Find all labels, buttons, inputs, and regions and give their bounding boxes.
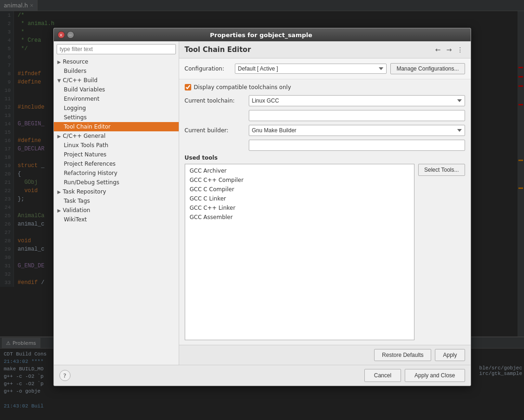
dialog-footer: ? Cancel Apply and Close [54,365,471,386]
configuration-select[interactable]: Default [ Active ] [235,64,387,74]
sidebar-item-label: Task Tags [64,198,90,204]
restore-defaults-button[interactable]: Restore Defaults [374,349,431,361]
sidebar-item-label: Project References [64,161,116,167]
sidebar-item-project-references[interactable]: Project References [54,159,179,168]
dialog-close-btn[interactable]: × [58,31,65,39]
chevron-down-icon: ▼ [58,78,61,83]
content-header: Tool Chain Editor ← → ⋮ [179,41,471,58]
sidebar-item-wikitext[interactable]: WikiText [54,215,179,224]
sidebar-item-tool-chain-editor[interactable]: Tool Chain Editor [54,122,179,131]
used-tools-section: Used tools GCC Archiver GCC C++ Compiler… [185,155,465,340]
dialog-minimize-btn[interactable]: − [67,31,74,39]
chevron-right-icon: ▶ [58,208,61,213]
sidebar-item-builders[interactable]: Builders [54,66,179,76]
filter-input[interactable] [57,44,176,54]
sidebar-item-cpp-general[interactable]: ▶ C/C++ General [54,131,179,141]
menu-icon[interactable]: ⋮ [456,45,465,54]
tools-layout: GCC Archiver GCC C++ Compiler GCC C Comp… [185,164,465,340]
footer-right-buttons: Cancel Apply and Close [364,369,465,382]
tree-panel: ▶ Resource Builders ▼ C/C++ Build Build … [54,41,179,365]
help-button[interactable]: ? [59,370,71,381]
sidebar-item-linux-tools-path[interactable]: Linux Tools Path [54,141,179,150]
used-tools-header: Used tools [185,155,465,161]
sidebar-item-logging[interactable]: Logging [54,103,179,113]
header-icons: ← → ⋮ [433,45,465,54]
chevron-right-icon: ▶ [58,134,61,139]
sidebar-item-label: Refactoring History [64,170,117,176]
current-toolchain-row: Current toolchain: Linux GCC [185,95,465,106]
sidebar-item-label: Environment [64,96,100,102]
sidebar-item-label: WikiText [64,216,87,223]
manage-configurations-button[interactable]: Manage Configurations... [390,63,465,74]
content-panel: Tool Chain Editor ← → ⋮ Configuration: D… [179,41,471,365]
sidebar-item-label: Project Natures [64,151,107,158]
sidebar-item-project-natures[interactable]: Project Natures [54,150,179,159]
builder-path-row [185,140,465,151]
sidebar-item-label: Task Repository [63,188,106,195]
sidebar-item-refactoring-history[interactable]: Refactoring History [54,168,179,178]
sidebar-item-task-tags[interactable]: Task Tags [54,196,179,206]
sidebar-item-settings[interactable]: Settings [54,113,179,122]
dialog-titlebar: × − Properties for gobject_sample [54,28,471,41]
sidebar-item-label: Logging [64,105,86,111]
sidebar-item-label: Builders [64,68,87,74]
sidebar-item-label: Resource [63,58,88,65]
sidebar-item-label: Tool Chain Editor [64,123,111,130]
current-builder-select[interactable]: Gnu Make Builder [249,125,465,136]
apply-and-close-button[interactable]: Apply and Close [405,369,465,382]
properties-dialog: × − Properties for gobject_sample ▶ Reso… [53,28,471,386]
sidebar-item-resource[interactable]: ▶ Resource [54,57,179,66]
sidebar-item-label: Validation [63,207,90,213]
dialog-body: ▶ Resource Builders ▼ C/C++ Build Build … [54,41,471,365]
sidebar-item-cpp-build[interactable]: ▼ C/C++ Build [54,76,179,85]
current-toolchain-label: Current toolchain: [185,97,245,104]
checkbox-label: Display compatible toolchains only [194,84,291,90]
sidebar-item-environment[interactable]: Environment [54,94,179,103]
dialog-title: Properties for gobject_sample [210,32,312,39]
tree-items: ▶ Resource Builders ▼ C/C++ Build Build … [54,57,179,365]
footer-bottom-row: ? Cancel Apply and Close [59,369,465,382]
checkbox-row: Display compatible toolchains only [185,84,465,90]
sidebar-item-validation[interactable]: ▶ Validation [54,206,179,215]
sidebar-item-label: Linux Tools Path [64,142,109,149]
current-builder-label: Current builder: [185,127,245,134]
cancel-button[interactable]: Cancel [364,369,401,382]
sidebar-item-label: Settings [64,114,87,121]
tools-list[interactable]: GCC Archiver GCC C++ Compiler GCC C Comp… [185,164,415,340]
sidebar-item-label: Build Variables [64,86,105,93]
current-builder-row: Current builder: Gnu Make Builder [185,125,465,136]
inner-footer: Restore Defaults Apply [179,345,471,365]
compatible-toolchains-checkbox[interactable] [185,84,191,90]
toolchain-section: Display compatible toolchains only Curre… [179,79,471,345]
modal-overlay: × − Properties for gobject_sample ▶ Reso… [0,0,524,420]
sidebar-item-label: C/C++ General [63,133,105,139]
configuration-row: Configuration: Default [ Active ] Manage… [179,58,471,79]
sidebar-item-build-variables[interactable]: Build Variables [54,85,179,94]
chevron-right-icon: ▶ [58,59,61,65]
tool-item-gcc-assembler[interactable]: GCC Assembler [187,213,413,222]
toolchain-path-input[interactable] [249,110,465,121]
tool-item-gcc-archiver[interactable]: GCC Archiver [187,166,413,175]
forward-icon[interactable]: → [445,45,454,54]
select-tools-button[interactable]: Select Tools... [418,164,465,176]
chevron-right-icon: ▶ [58,189,61,194]
current-toolchain-select[interactable]: Linux GCC [249,95,465,106]
content-title: Tool Chain Editor [185,45,251,54]
sidebar-item-task-repository[interactable]: ▶ Task Repository [54,187,179,196]
back-icon[interactable]: ← [433,45,443,54]
toolchain-path-row [185,110,465,121]
sidebar-item-label: C/C++ Build [63,77,97,84]
tool-item-gcc-cpp-linker[interactable]: GCC C++ Linker [187,203,413,213]
titlebar-controls: × − [58,31,74,39]
tool-item-gcc-cpp-compiler[interactable]: GCC C++ Compiler [187,175,413,185]
apply-button[interactable]: Apply [435,349,465,361]
sidebar-item-label: Run/Debug Settings [64,179,120,186]
tool-item-gcc-c-linker[interactable]: GCC C Linker [187,194,413,203]
configuration-label: Configuration: [185,65,231,72]
sidebar-item-run-debug-settings[interactable]: Run/Debug Settings [54,178,179,187]
tool-item-gcc-c-compiler[interactable]: GCC C Compiler [187,185,413,194]
builder-path-input[interactable] [249,140,465,151]
